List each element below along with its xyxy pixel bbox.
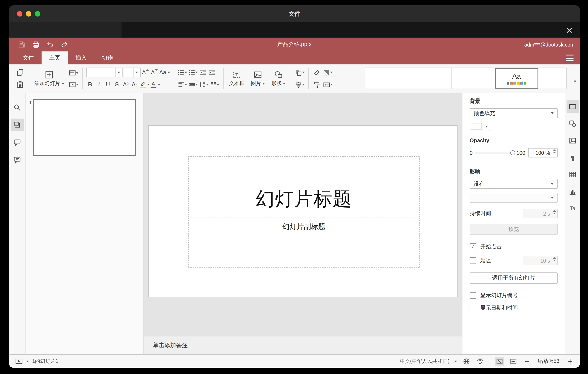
delay-checkbox[interactable]	[470, 257, 476, 264]
copy-button[interactable]	[15, 67, 25, 77]
shape-settings-button[interactable]	[566, 117, 579, 130]
font-name-combo[interactable]	[86, 67, 123, 77]
comments-panel-button[interactable]	[11, 136, 23, 149]
line-spacing-button[interactable]	[199, 80, 209, 89]
underline-button[interactable]: U	[104, 80, 112, 89]
tab-insert[interactable]: 插入	[68, 51, 94, 65]
slide[interactable]: 幻灯片标题 幻灯片副标题	[149, 126, 457, 297]
insert-shape-button[interactable]: 形状	[270, 67, 287, 90]
tab-collaboration[interactable]: 协作	[94, 51, 121, 65]
theme-item[interactable]	[408, 68, 452, 88]
effect-select[interactable]: 没有	[470, 179, 558, 189]
fit-slide-button[interactable]	[495, 357, 504, 366]
start-on-click-checkbox[interactable]: ✓	[470, 243, 476, 250]
spinner-up-icon[interactable]	[553, 149, 556, 151]
start-slideshow-button[interactable]	[69, 79, 78, 89]
strikethrough-button[interactable]: S	[113, 80, 121, 89]
print-button[interactable]	[31, 40, 40, 49]
undo-button[interactable]	[46, 40, 54, 49]
bullets-button[interactable]	[178, 67, 188, 77]
apply-to-all-button[interactable]: 适用于所有幻灯片	[470, 273, 558, 284]
font-size-combo[interactable]	[124, 67, 140, 77]
theme-gallery-expand-button[interactable]	[574, 76, 576, 84]
slide-thumbnail[interactable]	[33, 99, 136, 156]
theme-item-selected[interactable]: Aa	[495, 68, 538, 88]
decrease-font-button[interactable]: A	[150, 67, 158, 77]
theme-item[interactable]	[452, 68, 495, 88]
delay-spinner[interactable]: 10 s	[523, 256, 558, 265]
title-placeholder[interactable]: 幻灯片标题	[188, 156, 420, 217]
decrease-indent-button[interactable]	[199, 67, 207, 77]
slide-size-button[interactable]	[323, 80, 333, 89]
slideshow-options-caret[interactable]	[26, 360, 29, 362]
arrange-shape-button[interactable]	[295, 67, 305, 77]
close-window-button[interactable]	[17, 11, 22, 17]
paragraph-settings-button[interactable]: ¶	[566, 151, 579, 164]
shape-fill-button[interactable]	[323, 67, 333, 77]
save-button[interactable]	[17, 40, 26, 49]
zoom-in-button[interactable]	[566, 357, 575, 366]
theme-item[interactable]	[365, 68, 408, 88]
theme-item[interactable]	[538, 68, 566, 88]
zoom-window-button[interactable]	[35, 11, 40, 17]
insert-textbox-button[interactable]: 文本框	[227, 67, 246, 90]
subtitle-placeholder[interactable]: 幻灯片副标题	[188, 218, 420, 267]
italic-button[interactable]: I	[95, 80, 103, 89]
increase-indent-button[interactable]	[208, 67, 216, 77]
close-editor-button[interactable]	[564, 25, 575, 35]
insert-image-button[interactable]: 图片	[249, 67, 267, 90]
spinner-up-icon[interactable]	[553, 210, 556, 212]
change-case-button[interactable]: Aa	[159, 67, 170, 77]
align-shape-button[interactable]	[295, 80, 305, 89]
superscript-button[interactable]: A²	[122, 80, 130, 89]
chart-settings-button[interactable]	[566, 185, 579, 198]
chat-panel-button[interactable]	[11, 154, 23, 166]
language-selector[interactable]: 中文(中华人民共和国)	[400, 358, 450, 365]
spinner-down-icon[interactable]	[553, 260, 556, 261]
minimize-window-button[interactable]	[26, 11, 31, 17]
effect-type-select[interactable]	[470, 193, 558, 203]
table-settings-button[interactable]	[566, 168, 579, 181]
increase-font-button[interactable]: A	[141, 67, 149, 77]
opacity-value-spinner[interactable]: 100 %	[528, 148, 558, 157]
spinner-down-icon[interactable]	[553, 213, 556, 214]
numbering-button[interactable]	[189, 67, 198, 77]
show-slide-number-checkbox[interactable]	[470, 292, 476, 299]
opacity-slider[interactable]	[475, 152, 514, 153]
fit-width-button[interactable]	[509, 357, 518, 366]
bold-button[interactable]: B	[86, 80, 94, 89]
slides-panel-button[interactable]	[11, 119, 23, 131]
paste-button[interactable]	[15, 80, 25, 89]
tab-home[interactable]: 主页	[42, 51, 68, 65]
spinner-down-icon[interactable]	[553, 152, 556, 154]
opacity-slider-knob[interactable]	[510, 150, 515, 155]
tab-file[interactable]: 文件	[15, 51, 42, 65]
highlight-color-button[interactable]	[140, 80, 149, 89]
document-language-button[interactable]	[462, 357, 471, 366]
redo-button[interactable]	[60, 40, 69, 49]
background-fill-select[interactable]: 颜色填充	[470, 108, 558, 118]
language-caret[interactable]	[454, 360, 457, 362]
vertical-align-button[interactable]	[189, 80, 198, 89]
font-color-button[interactable]: A	[150, 80, 160, 89]
view-settings-button[interactable]	[566, 55, 574, 61]
start-slideshow-status-button[interactable]	[14, 357, 23, 366]
change-layout-button[interactable]	[69, 68, 78, 78]
copy-style-button[interactable]	[313, 80, 322, 89]
background-color-swatch[interactable]	[470, 122, 490, 131]
clear-style-button[interactable]	[313, 67, 322, 77]
spinner-up-icon[interactable]	[553, 257, 556, 259]
horizontal-align-button[interactable]	[178, 80, 188, 89]
notes-area[interactable]: 单击添加备注	[144, 336, 462, 354]
textart-settings-button[interactable]: Ta	[566, 202, 579, 215]
duration-spinner[interactable]: 2 s	[523, 209, 558, 218]
show-date-checkbox[interactable]	[470, 305, 476, 311]
image-settings-button[interactable]	[566, 134, 579, 147]
spellcheck-button[interactable]: ABC	[476, 357, 485, 366]
subscript-button[interactable]: A₂	[131, 80, 139, 89]
search-button[interactable]	[11, 101, 23, 114]
add-slide-button[interactable]: 添加幻灯片	[33, 67, 66, 90]
zoom-out-button[interactable]	[523, 357, 532, 366]
preview-button[interactable]: 预览	[470, 224, 558, 235]
columns-button[interactable]	[210, 80, 220, 89]
